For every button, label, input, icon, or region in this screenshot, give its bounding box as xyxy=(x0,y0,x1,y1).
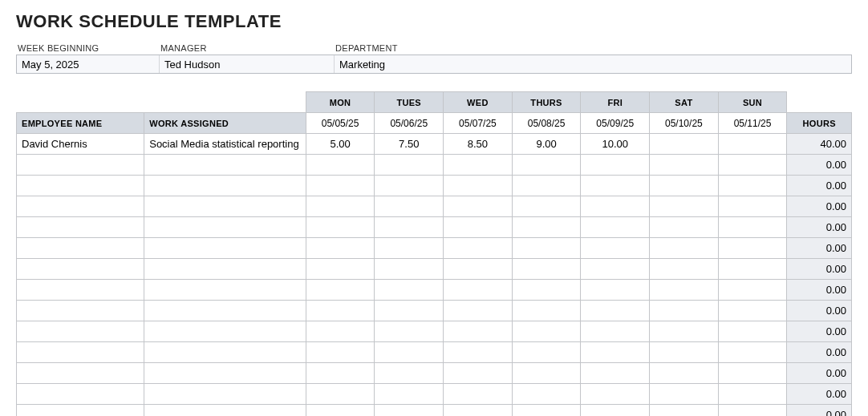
day-cell[interactable] xyxy=(718,384,787,405)
day-cell[interactable] xyxy=(512,217,581,238)
day-cell[interactable] xyxy=(444,238,513,259)
day-cell[interactable] xyxy=(718,238,787,259)
day-cell[interactable]: 7.50 xyxy=(375,134,444,155)
day-cell[interactable] xyxy=(650,238,719,259)
work-cell[interactable] xyxy=(144,238,306,259)
day-cell[interactable] xyxy=(718,363,787,384)
day-cell[interactable] xyxy=(512,280,581,301)
day-cell[interactable] xyxy=(444,176,513,196)
day-cell[interactable] xyxy=(306,363,375,384)
day-cell[interactable] xyxy=(718,155,787,176)
day-cell[interactable] xyxy=(512,301,581,321)
day-cell[interactable] xyxy=(650,342,719,363)
day-cell[interactable] xyxy=(650,321,719,342)
day-cell[interactable] xyxy=(444,342,513,363)
work-cell[interactable] xyxy=(144,196,306,217)
day-cell[interactable] xyxy=(581,321,650,342)
day-cell[interactable] xyxy=(718,405,787,417)
day-cell[interactable] xyxy=(512,259,581,280)
day-cell[interactable] xyxy=(444,301,513,321)
employee-cell[interactable] xyxy=(17,196,144,217)
day-cell[interactable] xyxy=(581,155,650,176)
work-cell[interactable] xyxy=(144,342,306,363)
day-cell[interactable] xyxy=(512,342,581,363)
employee-cell[interactable] xyxy=(17,259,144,280)
day-cell[interactable] xyxy=(581,363,650,384)
day-cell[interactable] xyxy=(375,238,444,259)
day-cell[interactable] xyxy=(512,155,581,176)
day-cell[interactable] xyxy=(581,342,650,363)
day-cell[interactable] xyxy=(444,280,513,301)
day-cell[interactable] xyxy=(375,155,444,176)
day-cell[interactable] xyxy=(444,259,513,280)
day-cell[interactable] xyxy=(650,363,719,384)
day-cell[interactable] xyxy=(718,301,787,321)
day-cell[interactable] xyxy=(444,363,513,384)
employee-cell[interactable] xyxy=(17,301,144,321)
day-cell[interactable] xyxy=(718,321,787,342)
day-cell[interactable] xyxy=(650,155,719,176)
value-week[interactable]: May 5, 2025 xyxy=(17,55,160,73)
day-cell[interactable]: 10.00 xyxy=(581,134,650,155)
day-cell[interactable] xyxy=(444,321,513,342)
employee-cell[interactable] xyxy=(17,217,144,238)
day-cell[interactable] xyxy=(650,217,719,238)
day-cell[interactable] xyxy=(718,176,787,196)
day-cell[interactable] xyxy=(581,405,650,417)
work-cell[interactable] xyxy=(144,280,306,301)
day-cell[interactable] xyxy=(306,238,375,259)
day-cell[interactable] xyxy=(650,384,719,405)
work-cell[interactable] xyxy=(144,155,306,176)
employee-cell[interactable] xyxy=(17,363,144,384)
value-manager[interactable]: Ted Hudson xyxy=(160,55,335,73)
work-cell[interactable] xyxy=(144,321,306,342)
day-cell[interactable] xyxy=(718,259,787,280)
work-cell[interactable] xyxy=(144,405,306,417)
day-cell[interactable] xyxy=(306,384,375,405)
day-cell[interactable] xyxy=(375,217,444,238)
employee-cell[interactable] xyxy=(17,176,144,196)
work-cell[interactable] xyxy=(144,176,306,196)
day-cell[interactable] xyxy=(306,259,375,280)
day-cell[interactable] xyxy=(581,176,650,196)
day-cell[interactable] xyxy=(718,134,787,155)
work-cell[interactable] xyxy=(144,363,306,384)
day-cell[interactable] xyxy=(306,176,375,196)
day-cell[interactable] xyxy=(444,155,513,176)
day-cell[interactable] xyxy=(581,301,650,321)
day-cell[interactable] xyxy=(375,259,444,280)
day-cell[interactable] xyxy=(444,217,513,238)
day-cell[interactable]: 9.00 xyxy=(512,134,581,155)
work-cell[interactable] xyxy=(144,384,306,405)
day-cell[interactable] xyxy=(650,259,719,280)
day-cell[interactable] xyxy=(512,238,581,259)
day-cell[interactable]: 5.00 xyxy=(306,134,375,155)
day-cell[interactable] xyxy=(444,405,513,417)
employee-cell[interactable] xyxy=(17,321,144,342)
day-cell[interactable] xyxy=(650,196,719,217)
day-cell[interactable] xyxy=(375,405,444,417)
day-cell[interactable] xyxy=(306,280,375,301)
day-cell[interactable] xyxy=(650,176,719,196)
work-cell[interactable] xyxy=(144,301,306,321)
day-cell[interactable] xyxy=(650,280,719,301)
day-cell[interactable] xyxy=(375,321,444,342)
day-cell[interactable] xyxy=(650,301,719,321)
day-cell[interactable] xyxy=(306,342,375,363)
day-cell[interactable] xyxy=(375,301,444,321)
value-department[interactable]: Marketing xyxy=(335,55,851,73)
day-cell[interactable] xyxy=(512,363,581,384)
employee-cell[interactable] xyxy=(17,405,144,417)
day-cell[interactable] xyxy=(581,259,650,280)
day-cell[interactable] xyxy=(512,405,581,417)
day-cell[interactable] xyxy=(718,280,787,301)
employee-cell[interactable] xyxy=(17,384,144,405)
day-cell[interactable] xyxy=(512,384,581,405)
day-cell[interactable] xyxy=(650,134,719,155)
day-cell[interactable] xyxy=(581,217,650,238)
day-cell[interactable] xyxy=(375,176,444,196)
day-cell[interactable] xyxy=(512,176,581,196)
day-cell[interactable] xyxy=(581,280,650,301)
day-cell[interactable] xyxy=(444,384,513,405)
day-cell[interactable] xyxy=(375,196,444,217)
